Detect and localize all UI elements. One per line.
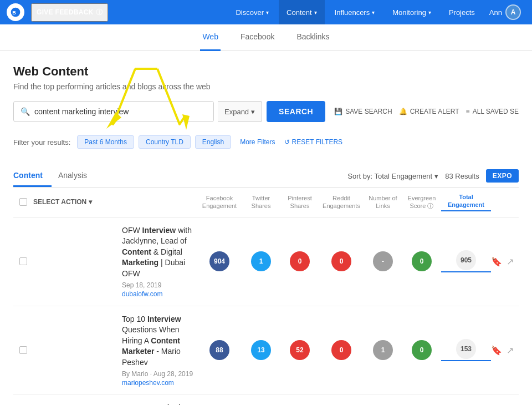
- search-input[interactable]: [34, 107, 207, 116]
- row-2-title[interactable]: Top 10 Interview Questions When Hiring A…: [122, 314, 197, 368]
- filter-tag-months[interactable]: Past 6 Months: [77, 135, 134, 149]
- row-3-title[interactable]: Content Marketing in ELT: Interview with…: [122, 403, 197, 405]
- nav-item-discover[interactable]: Discover ▾: [228, 0, 277, 24]
- search-input-wrapper: 🔍: [13, 101, 214, 122]
- more-filters-button[interactable]: More Filters: [236, 136, 279, 148]
- save-search-button[interactable]: 💾 SAVE SEARCH: [334, 108, 392, 115]
- row-2-nl: 1: [373, 340, 393, 360]
- select-all-checkbox[interactable]: [19, 198, 27, 206]
- reset-filters-button[interactable]: ↺ RESET FILTERS: [284, 138, 343, 146]
- results-tab-content[interactable]: Content: [13, 165, 52, 187]
- filter-label: Filter your results:: [13, 138, 70, 146]
- avatar: A: [505, 4, 521, 20]
- col-header-evergreen: EvergreenScore ⓘ: [402, 194, 441, 210]
- row-2-checkbox[interactable]: [19, 346, 27, 354]
- page-subtitle: Find the top performing articles and blo…: [13, 82, 519, 91]
- table-row: Content Marketing in ELT: Interview with…: [13, 395, 519, 405]
- col-header-reddit: RedditEngagements: [319, 194, 364, 210]
- row-2-meta: By Mario · Aug 28, 2019: [122, 370, 197, 378]
- content-tab-bar: Web Facebook Backlinks: [0, 24, 532, 51]
- table-header: SELECT ACTION ▾ FacebookEngagement Twitt…: [13, 188, 519, 217]
- info-icon: ⓘ: [96, 8, 103, 17]
- row-1-checkbox[interactable]: [19, 257, 27, 265]
- row-1-bookmark-icon[interactable]: 🔖: [491, 256, 502, 267]
- list-icon: ≡: [466, 108, 470, 115]
- create-alert-button[interactable]: 🔔 CREATE ALERT: [399, 108, 459, 115]
- action-buttons: 💾 SAVE SEARCH 🔔 CREATE ALERT ≡ ALL SAVED…: [334, 108, 519, 115]
- row-1-pi: 0: [290, 251, 310, 271]
- row-2-ev: 0: [412, 340, 432, 360]
- alert-icon: 🔔: [399, 108, 407, 115]
- row-1-actions: 🔖 ↗: [491, 256, 519, 267]
- logo[interactable]: B: [7, 3, 24, 21]
- nav-item-monitoring[interactable]: Monitoring ▾: [385, 0, 439, 24]
- feedback-label: GIVE FEEDBACK: [37, 8, 94, 16]
- results-area: Content Analysis Sort by: Total Engageme…: [0, 165, 532, 405]
- sort-arrow-icon: ▾: [434, 172, 438, 180]
- row-2-tw: 13: [251, 340, 271, 360]
- discover-arrow-icon: ▾: [266, 9, 269, 16]
- row-2-bookmark-icon[interactable]: 🔖: [491, 345, 502, 356]
- col-header-links: Number ofLinks: [364, 194, 402, 210]
- top-navigation: B GIVE FEEDBACK ⓘ Discover ▾ Content ▾ I…: [0, 0, 532, 24]
- select-action-dropdown[interactable]: SELECT ACTION ▾: [33, 198, 122, 206]
- col-header-total-engagement: TotalEngagement: [441, 193, 491, 211]
- col-header-pinterest: PinterestShares: [280, 194, 319, 210]
- row-1-content: OFW Interview with Jacklynne, Lead of Co…: [122, 225, 197, 298]
- row-2-re: 0: [331, 340, 351, 360]
- reset-icon: ↺: [284, 138, 290, 146]
- save-icon: 💾: [334, 108, 342, 115]
- row-2-link[interactable]: mariopeshev.com: [122, 379, 197, 387]
- row-1-share-icon[interactable]: ↗: [507, 256, 514, 267]
- tab-web[interactable]: Web: [200, 24, 221, 51]
- feedback-button[interactable]: GIVE FEEDBACK ⓘ: [31, 3, 108, 22]
- row-2-actions: 🔖 ↗: [491, 345, 519, 356]
- results-table: SELECT ACTION ▾ FacebookEngagement Twitt…: [13, 188, 519, 405]
- export-button[interactable]: EXPO: [486, 169, 519, 183]
- row-1-nl: -: [373, 251, 393, 271]
- sort-by-control[interactable]: Sort by: Total Engagement ▾: [347, 172, 438, 180]
- tab-facebook[interactable]: Facebook: [238, 24, 277, 51]
- page-title: Web Content: [13, 64, 519, 79]
- results-count: 83 Results: [445, 172, 479, 180]
- row-1-fb: 904: [209, 251, 229, 271]
- monitoring-arrow-icon: ▾: [428, 9, 431, 16]
- select-action-arrow-icon: ▾: [89, 198, 92, 206]
- filter-annotation-wrap: Filter your results: Past 6 Months Count…: [13, 130, 519, 156]
- content-arrow-icon: ▾: [314, 9, 317, 16]
- row-3-content: Content Marketing in ELT: Interview with…: [122, 403, 197, 405]
- expand-arrow-icon: ▾: [251, 108, 255, 116]
- user-menu[interactable]: Ann A: [485, 4, 525, 20]
- results-tab-analysis[interactable]: Analysis: [58, 165, 96, 187]
- results-tabs: Content Analysis: [13, 165, 103, 187]
- row-1-meta: Sep 18, 2019: [122, 281, 197, 289]
- row-1-link[interactable]: dubaiofw.com: [122, 290, 197, 298]
- search-button[interactable]: SEARCH: [267, 101, 325, 122]
- row-2-share-icon[interactable]: ↗: [507, 345, 514, 356]
- row-1-tw: 1: [251, 251, 271, 271]
- main-content: Web Content Find the top performing arti…: [0, 51, 532, 165]
- filter-row: Filter your results: Past 6 Months Count…: [13, 130, 519, 156]
- row-2-pi: 52: [290, 340, 310, 360]
- expand-button[interactable]: Expand ▾: [218, 101, 262, 122]
- col-header-twitter: TwitterShares: [242, 194, 280, 210]
- filter-tag-country[interactable]: Country TLD: [139, 135, 191, 149]
- tab-backlinks[interactable]: Backlinks: [294, 24, 331, 51]
- row-1-title[interactable]: OFW Interview with Jacklynne, Lead of Co…: [122, 225, 197, 280]
- filter-tag-language[interactable]: English: [195, 135, 231, 149]
- row-2-fb: 88: [209, 340, 229, 360]
- row-2-content: Top 10 Interview Questions When Hiring A…: [122, 314, 197, 387]
- results-controls: Sort by: Total Engagement ▾ 83 Results E…: [347, 169, 519, 187]
- nav-item-projects[interactable]: Projects: [441, 0, 483, 24]
- nav-item-content[interactable]: Content ▾: [279, 0, 325, 24]
- col-header-facebook: FacebookEngagement: [197, 194, 242, 210]
- table-row: Top 10 Interview Questions When Hiring A…: [13, 306, 519, 395]
- user-name: Ann: [489, 8, 502, 17]
- search-bar: 🔍 Expand ▾ SEARCH 💾 SAVE SEARCH 🔔 CREATE…: [13, 101, 519, 122]
- row-1-te: 905: [456, 250, 476, 270]
- svg-text:B: B: [12, 10, 16, 16]
- all-saved-button[interactable]: ≡ ALL SAVED SE: [466, 108, 519, 115]
- row-1-re: 0: [331, 251, 351, 271]
- row-1-ev: 0: [412, 251, 432, 271]
- nav-item-influencers[interactable]: Influencers ▾: [327, 0, 383, 24]
